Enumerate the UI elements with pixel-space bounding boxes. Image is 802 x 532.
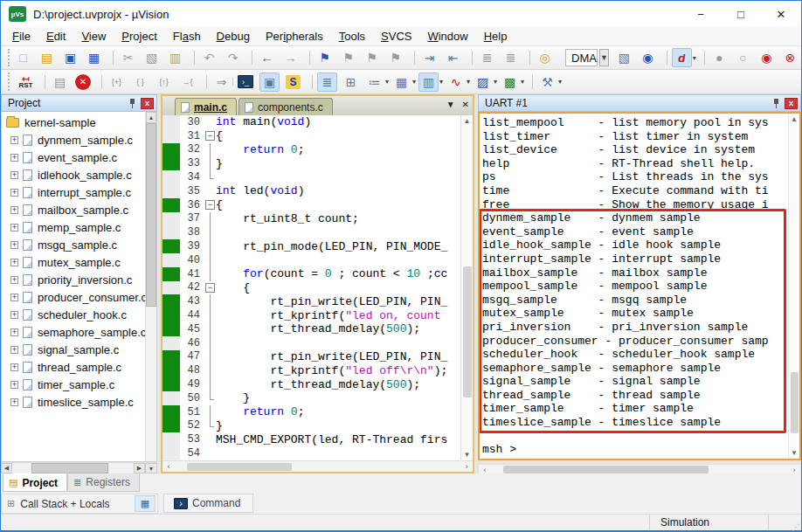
insert-breakpoint-button[interactable]: ● [709, 48, 729, 67]
debug-session-button[interactable]: d [672, 48, 692, 67]
uart-close-icon[interactable]: x [785, 98, 798, 109]
expand-plus-icon[interactable]: + [10, 276, 18, 284]
run-to-line-button[interactable]: →{ [177, 73, 197, 92]
tree-file-item[interactable]: + producer_consumer.c [3, 288, 156, 306]
menu-item[interactable]: Debug [209, 28, 258, 45]
toolbox-button[interactable]: ⚒ [537, 73, 557, 92]
project-close-icon[interactable]: x [141, 98, 154, 109]
maximize-button[interactable]: □ [721, 1, 761, 27]
tree-file-item[interactable]: + mutex_sample.c [3, 253, 156, 271]
redo-button[interactable]: ↷ [223, 48, 243, 67]
menu-item[interactable]: Window [419, 28, 475, 45]
kill-all-breakpoints-button[interactable]: ⊗ [780, 48, 800, 67]
trace-window-button[interactable]: ▨ [473, 73, 493, 92]
expand-plus-icon[interactable]: + [10, 154, 18, 162]
expand-plus-icon[interactable]: + [10, 328, 18, 336]
uart-vertical-scrollbar[interactable] [788, 114, 799, 459]
undo-button[interactable]: ↶ [199, 48, 219, 67]
resize-grip-icon[interactable] [791, 515, 801, 530]
disable-all-breakpoints-button[interactable]: ◉ [757, 48, 777, 67]
menu-item[interactable]: SVCS [373, 28, 419, 45]
tree-file-item[interactable]: + msgq_sample.c [3, 236, 156, 253]
cut-button[interactable]: ✂ [118, 48, 138, 67]
system-viewer-button[interactable]: ▩ [500, 73, 520, 92]
pin-icon[interactable] [128, 98, 137, 108]
nav-forward-button[interactable]: → [280, 48, 301, 67]
watch-window-button[interactable]: ≔ [364, 73, 384, 92]
enable-breakpoint-button[interactable]: ○ [733, 48, 753, 67]
tab-main-c[interactable]: main.c [175, 98, 237, 115]
code-editor[interactable]: 30 int main(void) 31 { [162, 115, 460, 460]
step-out-button[interactable]: {↑} [154, 73, 174, 92]
comment-button[interactable]: ≣ [477, 48, 497, 67]
tree-file-item[interactable]: + dynmem_sample.c [3, 131, 156, 149]
tab-components-c[interactable]: components.c [239, 98, 333, 115]
tree-file-item[interactable]: + priority_inversion.c [3, 271, 156, 288]
tree-file-item[interactable]: + thread_sample.c [3, 358, 156, 376]
expand-plus-icon[interactable]: + [10, 381, 18, 389]
tree-file-item[interactable]: + timer_sample.c [3, 376, 156, 393]
step-over-button[interactable]: { } [130, 73, 150, 92]
next-bookmark-button[interactable]: ⚑ [338, 48, 358, 67]
clear-bookmarks-button[interactable]: ⚑ [385, 48, 405, 67]
expand-plus-icon[interactable]: + [10, 346, 18, 354]
save-all-button[interactable]: ▦ [84, 48, 104, 67]
project-vertical-scrollbar[interactable] [145, 112, 156, 461]
call-stack-bar[interactable]: ⊞ Call Stack + Locals ▦ [1, 494, 158, 514]
prev-bookmark-button[interactable]: ⚑ [362, 48, 382, 67]
disassembly-window-button[interactable]: ▣ [259, 73, 280, 92]
calculator-icon[interactable]: ▦ [135, 495, 156, 512]
open-button[interactable]: ▤ [37, 48, 57, 67]
tree-file-item[interactable]: + mailbox_sample.c [3, 201, 156, 218]
tree-file-item[interactable]: + idlehook_sample.c [3, 166, 156, 183]
find-next-button[interactable]: ▧ [614, 48, 634, 67]
menu-item[interactable]: Flash [165, 28, 209, 45]
tab-close-icon[interactable]: ✕ [462, 100, 469, 109]
minimize-button[interactable]: − [681, 1, 721, 27]
tree-file-item[interactable]: + semaphore_sample.c [3, 323, 156, 341]
scroll-up-icon[interactable] [146, 112, 156, 123]
copy-button[interactable]: ▧ [142, 48, 162, 67]
indent-button[interactable]: ⇥ [419, 48, 439, 67]
find-combobox-arrow[interactable]: ▼ [599, 49, 609, 66]
menu-item[interactable]: Project [114, 28, 164, 45]
incremental-find-button[interactable]: ◉ [638, 48, 658, 67]
dock-tab-project[interactable]: ▤ Project [3, 473, 67, 492]
bookmark-button[interactable]: ⚑ [315, 48, 335, 67]
memory-window-button[interactable]: ▦ [391, 73, 411, 92]
reset-button[interactable]: RST [16, 73, 36, 92]
new-file-button[interactable]: □ [13, 48, 33, 67]
nav-back-button[interactable]: ← [257, 48, 277, 67]
menu-item[interactable]: View [73, 28, 114, 45]
expand-plus-icon[interactable]: + [10, 189, 18, 197]
editor-vertical-scrollbar[interactable] [460, 115, 473, 460]
find-combobox[interactable]: DMA [565, 49, 598, 66]
editor-horizontal-scrollbar[interactable]: ‹ › [162, 460, 473, 472]
uart-console[interactable]: list_mempool - list memory pool in sysli… [478, 112, 801, 460]
tree-root-item[interactable]: kernel-sample [3, 114, 156, 131]
expand-plus-icon[interactable]: + [10, 294, 18, 301]
menu-item[interactable]: File [4, 28, 38, 45]
registers-window-button[interactable]: ≣ [317, 73, 337, 92]
menu-item[interactable]: Peripherals [258, 28, 331, 45]
command-window-button[interactable]: ›_ [238, 75, 253, 88]
expand-plus-icon[interactable]: + [10, 398, 18, 406]
project-horizontal-scrollbar[interactable] [1, 462, 157, 473]
scroll-left-icon[interactable] [1, 463, 12, 473]
dock-tab-registers[interactable]: ≣ Registers [67, 473, 140, 492]
uncomment-button[interactable]: ≣ [501, 48, 521, 67]
menu-item[interactable]: Help [476, 28, 515, 45]
step-button[interactable]: {+} [107, 73, 127, 92]
tree-file-item[interactable]: + scheduler_hook.c [3, 306, 156, 323]
save-button[interactable]: ▣ [60, 48, 80, 67]
expand-plus-icon[interactable]: + [10, 241, 18, 249]
call-stack-window-button[interactable]: ⊞ [341, 73, 361, 92]
scroll-down-icon[interactable] [145, 463, 157, 473]
expand-plus-icon[interactable]: + [10, 363, 18, 371]
expand-plus-icon[interactable]: + [10, 206, 18, 214]
scroll-right-icon[interactable] [134, 463, 145, 473]
pin-icon[interactable] [772, 98, 781, 108]
tree-file-item[interactable]: + event_sample.c [3, 149, 156, 166]
menu-item[interactable]: Tools [331, 28, 373, 45]
stop-button[interactable]: ✕ [75, 74, 91, 90]
